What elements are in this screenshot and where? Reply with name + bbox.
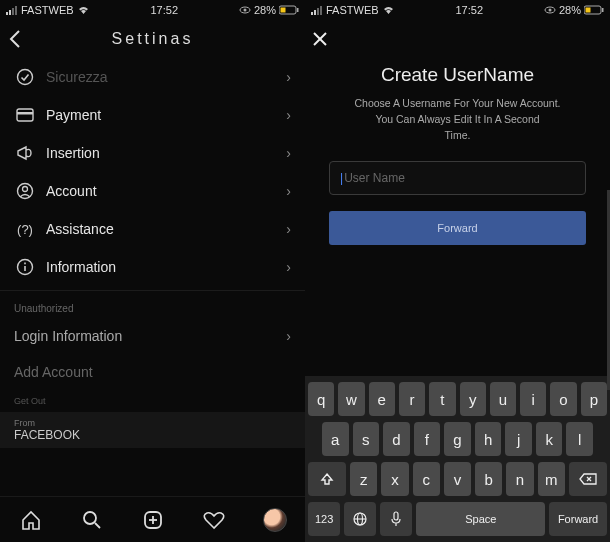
key-c[interactable]: c [413,462,440,496]
key-a[interactable]: a [322,422,349,456]
keyboard: q w e r t y u i o p a s d f g h j k l z … [305,376,610,542]
svg-rect-8 [297,8,299,12]
tab-search[interactable] [72,509,112,531]
key-t[interactable]: t [429,382,455,416]
settings-screen: FASTWEB 17:52 28% Settinas Sicurezza › P… [0,0,305,542]
eye-icon [239,6,251,14]
key-r[interactable]: r [399,382,425,416]
key-m[interactable]: m [538,462,565,496]
svg-rect-38 [394,512,398,520]
key-j[interactable]: j [505,422,532,456]
chevron-right-icon: › [286,145,291,161]
chevron-right-icon: › [286,259,291,275]
tab-home[interactable] [11,509,51,531]
section-unauthorized: Unauthorized [0,295,305,318]
username-input[interactable]: |User Name [329,161,586,195]
key-x[interactable]: x [381,462,408,496]
key-f[interactable]: f [414,422,441,456]
settings-header: Settinas [0,20,305,58]
tab-profile[interactable] [255,508,295,532]
create-header [305,20,610,58]
clock: 17:52 [456,4,484,16]
key-v[interactable]: v [444,462,471,496]
row-information[interactable]: Information › [0,248,305,286]
key-enter[interactable]: Forward [549,502,607,536]
row-label: Payment [46,107,286,123]
signal-icon [311,6,323,15]
chevron-right-icon: › [286,107,291,123]
from-label: From [14,418,291,428]
carrier-label: FASTWEB [326,4,379,16]
tab-bar [0,496,305,542]
key-e[interactable]: e [369,382,395,416]
svg-rect-24 [317,8,319,15]
svg-rect-2 [12,8,14,15]
row-get-out[interactable]: Get Out [0,390,305,412]
chevron-right-icon: › [286,69,291,85]
key-i[interactable]: i [520,382,546,416]
back-button[interactable] [0,30,30,48]
key-backspace[interactable] [569,462,607,496]
svg-point-17 [84,512,96,524]
key-row-2: a s d f g h j k l [308,422,607,456]
svg-rect-30 [602,8,604,12]
key-w[interactable]: w [338,382,364,416]
info-icon [14,258,36,276]
key-k[interactable]: k [536,422,563,456]
row-payment[interactable]: Payment › [0,96,305,134]
svg-rect-3 [15,6,17,15]
svg-rect-29 [586,8,591,13]
key-l[interactable]: l [566,422,593,456]
key-h[interactable]: h [475,422,502,456]
tab-add[interactable] [133,509,173,531]
forward-button[interactable]: Forward [329,211,586,245]
row-insertion[interactable]: Insertion › [0,134,305,172]
key-b[interactable]: b [475,462,502,496]
battery-icon [279,5,299,15]
key-o[interactable]: o [550,382,576,416]
key-shift[interactable] [308,462,346,496]
create-title: Create UserName [381,64,534,86]
tab-activity[interactable] [194,510,234,530]
key-space[interactable]: Space [416,502,545,536]
key-d[interactable]: d [383,422,410,456]
key-s[interactable]: s [353,422,380,456]
key-row-1: q w e r t y u i o p [308,382,607,416]
key-q[interactable]: q [308,382,334,416]
row-assistance[interactable]: (?) Assistance › [0,210,305,248]
battery-pct: 28% [559,4,581,16]
row-login-info[interactable]: Login Information › [0,318,305,354]
key-globe[interactable] [344,502,376,536]
person-icon [14,182,36,200]
svg-rect-16 [24,263,26,265]
chevron-right-icon: › [286,183,291,199]
row-add-account[interactable]: Add Account [0,354,305,390]
chevron-right-icon: › [286,328,291,344]
key-numbers[interactable]: 123 [308,502,340,536]
battery-icon [584,5,604,15]
key-u[interactable]: u [490,382,516,416]
status-bar: FASTWEB 17:52 28% [0,0,305,20]
svg-rect-25 [320,6,322,15]
row-from-facebook[interactable]: From FACEBOOK [0,412,305,448]
key-n[interactable]: n [506,462,533,496]
avatar [263,508,287,532]
carrier-label: FASTWEB [21,4,74,16]
eye-icon [544,6,556,14]
key-y[interactable]: y [460,382,486,416]
key-p[interactable]: p [581,382,607,416]
close-button[interactable] [305,31,335,47]
row-account[interactable]: Account › [0,172,305,210]
row-label: Insertion [46,145,286,161]
row-label: Login Information [14,328,122,344]
shield-icon [14,68,36,86]
key-mic[interactable] [380,502,412,536]
wifi-icon [77,5,90,15]
key-z[interactable]: z [350,462,377,496]
svg-line-18 [95,523,100,528]
page-title: Settinas [0,30,305,48]
create-username-screen: FASTWEB 17:52 28% Create UserName Choose… [305,0,610,542]
key-g[interactable]: g [444,422,471,456]
row-security[interactable]: Sicurezza › [0,58,305,96]
signal-icon [6,6,18,15]
